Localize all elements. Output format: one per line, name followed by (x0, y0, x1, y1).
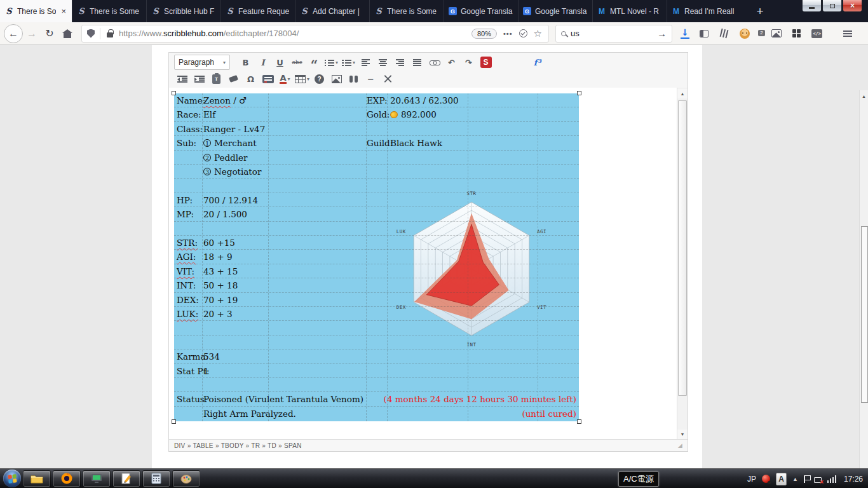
search-go-icon[interactable]: → (657, 28, 667, 39)
clear-formatting-icon[interactable] (226, 71, 241, 86)
tab-favicon-icon: S (300, 7, 309, 16)
taskbar-media-app-button[interactable] (83, 470, 111, 487)
numbered-list-icon[interactable]: ▾ (341, 55, 356, 70)
taskbar-paint-button[interactable] (172, 470, 200, 487)
tampermonkey-icon[interactable] (740, 29, 750, 39)
start-button[interactable] (3, 470, 21, 487)
shortcode-icon[interactable]: S (478, 55, 494, 70)
close-button[interactable]: × (843, 0, 862, 12)
redo-icon[interactable]: ↷ (461, 55, 477, 70)
minimize-button[interactable] (802, 0, 822, 12)
help-icon[interactable]: ? (311, 71, 327, 86)
bold-icon[interactable]: B (238, 55, 254, 70)
bookmark-star-icon[interactable]: ☆ (534, 29, 542, 38)
taskbar-text-editor-button[interactable] (112, 470, 140, 487)
paste-as-text-icon[interactable] (208, 71, 224, 86)
taskbar-calculator-button[interactable] (142, 470, 170, 487)
align-right-icon[interactable] (392, 55, 408, 70)
italic-icon[interactable]: I (255, 55, 271, 70)
blockquote-icon[interactable]: “ (306, 55, 322, 70)
tab[interactable]: SFeature Reque (220, 0, 295, 22)
menu-hamburger-icon[interactable] (843, 30, 852, 37)
new-tab-button[interactable]: + (751, 3, 769, 20)
tab[interactable]: MRead I'm Reall (667, 0, 741, 22)
sticky-note-icon[interactable] (512, 55, 528, 70)
horizontal-line-icon[interactable]: − (363, 71, 379, 86)
special-character-icon[interactable]: Ω (243, 71, 259, 86)
table-icon[interactable]: ▾ (294, 71, 310, 86)
tab-favicon-icon: S (77, 7, 86, 16)
resize-grip-icon[interactable]: ◢ (678, 442, 682, 449)
footnote-icon[interactable]: f³ (529, 55, 545, 70)
reload-button[interactable]: ↻ (41, 25, 58, 43)
find-replace-icon[interactable] (346, 71, 362, 86)
justify-icon[interactable] (409, 55, 425, 70)
lock-icon[interactable] (107, 32, 113, 37)
scroll-up-icon[interactable]: ▲ (860, 92, 868, 101)
url-bar[interactable]: https://www.scribblehub.com/editchapter/… (81, 25, 549, 43)
restore-button[interactable] (822, 0, 842, 12)
rich-text-editor[interactable]: Paragraph ▾ BIUabc“▾▾↶↷Sf³ ΩA▾▾?− STRAGI… (168, 52, 688, 452)
taskbar-firefox-button[interactable] (53, 470, 81, 487)
paragraph-select[interactable]: Paragraph ▾ (174, 55, 230, 70)
scrollbar-thumb[interactable] (678, 100, 687, 396)
indent-icon[interactable] (191, 71, 207, 86)
tab[interactable]: GGoogle Transla (518, 0, 592, 22)
fullscreen-icon[interactable] (380, 71, 396, 86)
spoiler-box-icon[interactable] (260, 71, 276, 86)
library-icon[interactable] (718, 28, 729, 38)
extension-blocks-icon[interactable] (792, 29, 801, 38)
tab-close-icon[interactable]: × (60, 6, 67, 16)
search-icon (561, 31, 566, 36)
outdent-icon[interactable] (174, 71, 190, 86)
sidebar-icon[interactable] (700, 30, 709, 37)
language-indicator[interactable]: JP (747, 475, 756, 484)
search-bar[interactable]: → (555, 25, 672, 43)
browser-scrollbar[interactable]: ▲ (859, 90, 868, 488)
undo-icon[interactable]: ↶ (444, 55, 459, 70)
text-color-icon[interactable]: A▾ (277, 71, 293, 86)
search-input[interactable] (571, 29, 653, 38)
back-button[interactable]: ← (4, 24, 23, 43)
source-code-extension-icon[interactable] (811, 29, 822, 38)
page-actions-icon[interactable]: ••• (503, 30, 513, 37)
tab[interactable]: GGoogle Transla (444, 0, 518, 22)
align-center-icon[interactable] (375, 55, 391, 70)
taskbar-explorer-button[interactable] (23, 470, 51, 487)
pocket-icon[interactable] (519, 29, 527, 37)
ime-app-icon[interactable] (762, 475, 770, 483)
bullet-list-icon[interactable]: ▾ (323, 55, 339, 70)
tab[interactable]: MMTL Novel - R (592, 0, 667, 22)
hidden-icons-chevron-icon[interactable]: ▲ (792, 476, 798, 482)
tab[interactable]: SThere is So× (0, 0, 72, 22)
tab-title: There is So (17, 7, 56, 16)
insert-image-icon[interactable] (329, 71, 344, 86)
tab-strip: SThere is So×SThere is SomeSScribble Hub… (0, 0, 741, 22)
zoom-level-badge[interactable]: 80% (471, 29, 497, 39)
tab[interactable]: SThere is Some (369, 0, 444, 22)
scrollbar-thumb[interactable] (861, 226, 868, 403)
signal-strength-icon[interactable] (827, 475, 837, 483)
downloads-icon[interactable]: ↓ (681, 28, 689, 39)
ime-mode-indicator[interactable]: A (776, 473, 787, 485)
underline-icon[interactable]: U (272, 55, 288, 70)
tracking-protection-icon[interactable] (87, 29, 95, 38)
action-center-flag-icon[interactable] (804, 475, 805, 483)
news-box-icon[interactable] (495, 55, 511, 70)
link-icon[interactable] (426, 55, 442, 70)
scroll-down-icon[interactable]: ▼ (677, 430, 688, 439)
forward-button[interactable]: → (23, 25, 41, 43)
tab[interactable]: SScribble Hub F (146, 0, 220, 22)
clock[interactable]: 17:26 (844, 475, 863, 484)
tab[interactable]: SThere is Some (72, 0, 146, 22)
tab[interactable]: SAdd Chapter | (295, 0, 369, 22)
home-button[interactable] (58, 25, 76, 43)
align-left-icon[interactable] (358, 55, 374, 70)
network-disconnected-icon[interactable] (814, 477, 822, 483)
screenshot-extension-icon[interactable] (771, 29, 782, 37)
editor-scrollbar[interactable]: ▲ ▼ (677, 88, 688, 440)
scroll-up-icon[interactable]: ▲ (677, 89, 688, 98)
tab-bar: SThere is So×SThere is SomeSScribble Hub… (0, 0, 868, 22)
strikethrough-icon[interactable]: abc (289, 55, 305, 70)
editor-content-area[interactable]: STRAGIVITINTDEXLUK Name:Zenon / ♂EXP:20.… (169, 88, 688, 440)
